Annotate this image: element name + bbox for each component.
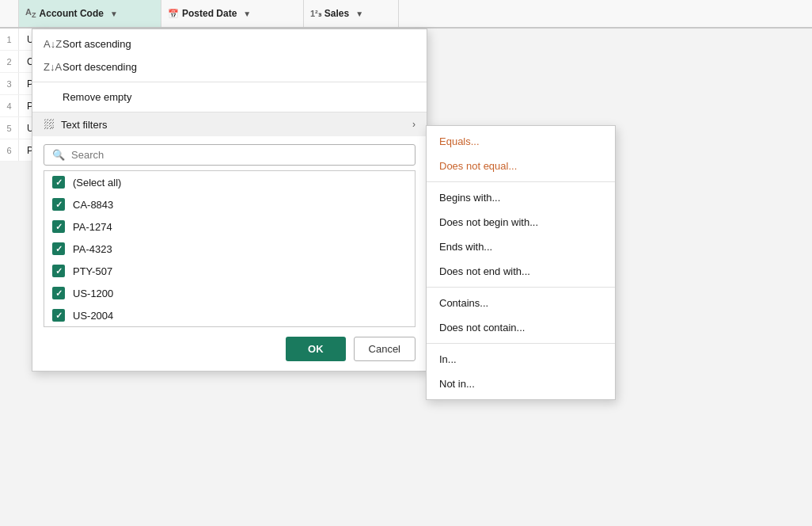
list-item-label: CA-8843	[73, 199, 113, 211]
in-item[interactable]: In...	[427, 347, 615, 372]
does-not-end-with-item[interactable]: Does not end with...	[427, 259, 615, 284]
filter-icon: ⛆	[44, 118, 55, 131]
account-code-label: Account Code	[40, 8, 104, 19]
filter-list: (Select all) CA-8843 PA-1274 PA-4323 PTY…	[44, 170, 415, 327]
does-not-begin-with-item[interactable]: Does not begin with...	[427, 210, 615, 234]
filter-search-box[interactable]: 🔍	[44, 144, 415, 166]
filter-search-area: 🔍	[32, 136, 427, 170]
text-filters-label: Text filters	[61, 119, 108, 131]
ends-with-item[interactable]: Ends with...	[427, 234, 615, 259]
row-number: 3	[0, 73, 19, 94]
row-number: 2	[0, 51, 19, 72]
not-in-item[interactable]: Not in...	[427, 372, 615, 396]
checkbox-pty-507[interactable]	[52, 265, 65, 277]
checkbox-us-2004[interactable]	[52, 309, 65, 322]
list-item[interactable]: (Select all)	[44, 171, 415, 193]
sales-type-icon: 1²₃	[310, 9, 321, 19]
sort-ascending-item[interactable]: A↓Z Sort ascending	[32, 32, 427, 55]
cancel-button[interactable]: Cancel	[354, 337, 415, 361]
search-icon: 🔍	[52, 149, 65, 161]
sort-descending-label: Sort descending	[63, 61, 137, 73]
submenu-divider	[427, 343, 615, 344]
list-item-label: PA-4323	[73, 243, 112, 255]
remove-empty-label: Remove empty	[63, 91, 131, 103]
row-number: 6	[0, 139, 19, 161]
equals-item[interactable]: Equals...	[427, 129, 615, 154]
text-filters-item[interactable]: ⛆ Text filters ›	[32, 112, 427, 136]
posted-date-label: Posted Date	[182, 8, 237, 19]
checkbox-pa-1274[interactable]	[52, 220, 65, 233]
column-header-bar: AZ Account Code ▼ 📅 Posted Date ▼ 1²₃ Sa…	[0, 0, 812, 29]
filter-dropdown: A↓Z Sort ascending Z↓A Sort descending R…	[32, 29, 427, 372]
list-item-label: US-2004	[73, 310, 113, 322]
list-item-label: US-1200	[73, 288, 113, 299]
list-item[interactable]: CA-8843	[44, 193, 415, 215]
list-item[interactable]: US-2004	[44, 304, 415, 326]
ok-button[interactable]: OK	[286, 337, 346, 361]
search-input[interactable]	[71, 149, 407, 161]
does-not-contain-item[interactable]: Does not contain...	[427, 315, 615, 340]
submenu-divider	[427, 287, 615, 288]
checkbox-pa-4323[interactable]	[52, 242, 65, 255]
row-number: 4	[0, 95, 19, 116]
account-code-type-icon: AZ	[25, 7, 36, 19]
list-item[interactable]: US-1200	[44, 282, 415, 304]
sort-ascending-label: Sort ascending	[63, 38, 131, 50]
sort-section: A↓Z Sort ascending Z↓A Sort descending	[32, 29, 427, 82]
remove-empty-section: Remove empty	[32, 82, 427, 112]
row-number: 1	[0, 29, 19, 50]
posted-date-dropdown-button[interactable]: ▼	[240, 8, 254, 20]
sales-label: Sales	[324, 8, 349, 19]
account-code-column-header[interactable]: AZ Account Code ▼	[19, 0, 161, 27]
remove-empty-item[interactable]: Remove empty	[32, 86, 427, 109]
list-item-label: (Select all)	[73, 177, 121, 189]
contains-item[interactable]: Contains...	[427, 291, 615, 315]
filter-footer: OK Cancel	[32, 327, 427, 371]
sort-descending-item[interactable]: Z↓A Sort descending	[32, 55, 427, 78]
checkbox-select-all[interactable]	[52, 176, 65, 189]
posted-date-column-header[interactable]: 📅 Posted Date ▼	[161, 0, 304, 27]
row-number: 5	[0, 117, 19, 139]
sales-dropdown-button[interactable]: ▼	[352, 8, 366, 20]
submenu-divider	[427, 181, 615, 182]
list-item[interactable]: PA-1274	[44, 215, 415, 238]
list-item-label: PTY-507	[73, 265, 112, 277]
text-filter-submenu: Equals... Does not equal... Begins with.…	[426, 125, 616, 400]
checkbox-us-1200[interactable]	[52, 287, 65, 299]
posted-date-type-icon: 📅	[168, 9, 179, 19]
sales-column-header[interactable]: 1²₃ Sales ▼	[304, 0, 399, 27]
sort-descending-icon: Z↓A	[44, 61, 56, 73]
list-item-label: PA-1274	[73, 221, 112, 233]
chevron-right-icon: ›	[412, 119, 415, 130]
begins-with-item[interactable]: Begins with...	[427, 185, 615, 210]
does-not-equal-item[interactable]: Does not equal...	[427, 154, 615, 178]
account-code-dropdown-button[interactable]: ▼	[107, 8, 121, 20]
list-item[interactable]: PTY-507	[44, 260, 415, 282]
sort-ascending-icon: A↓Z	[44, 38, 56, 50]
checkbox-ca-8843[interactable]	[52, 198, 65, 211]
text-filters-left: ⛆ Text filters	[44, 118, 108, 131]
list-item[interactable]: PA-4323	[44, 238, 415, 260]
